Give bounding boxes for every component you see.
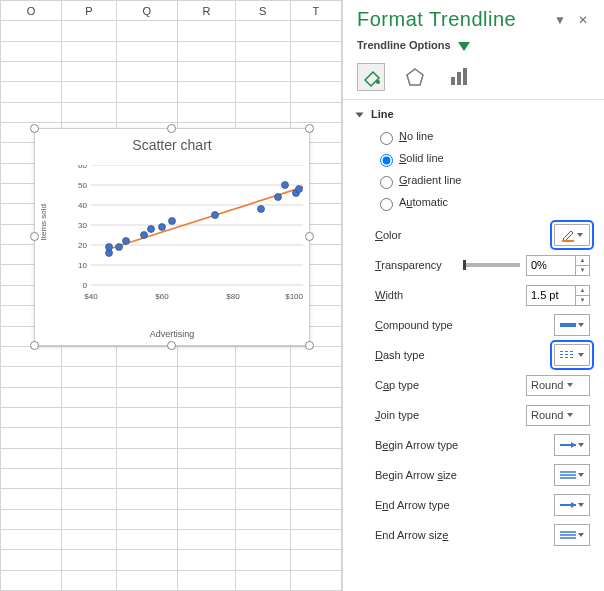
cell[interactable] <box>177 62 235 82</box>
trendline[interactable] <box>109 187 303 249</box>
cell[interactable] <box>235 550 290 570</box>
end-arrow-type-picker[interactable] <box>554 494 590 516</box>
cell[interactable] <box>235 468 290 488</box>
cell[interactable] <box>116 468 177 488</box>
transparency-spinner[interactable]: ▲▼ <box>576 255 590 276</box>
cell[interactable] <box>290 428 342 448</box>
cell[interactable] <box>290 468 342 488</box>
cell[interactable] <box>290 570 342 590</box>
cell[interactable] <box>177 102 235 122</box>
transparency-input[interactable] <box>526 255 576 276</box>
cell[interactable] <box>177 346 235 366</box>
col-header[interactable]: S <box>235 1 290 21</box>
cell[interactable] <box>177 387 235 407</box>
cell[interactable] <box>116 367 177 387</box>
effects-tab[interactable] <box>401 63 429 91</box>
resize-handle[interactable] <box>305 341 314 350</box>
cell[interactable] <box>62 387 117 407</box>
cell[interactable] <box>116 529 177 549</box>
resize-handle[interactable] <box>30 232 39 241</box>
cell[interactable] <box>1 82 62 102</box>
cell[interactable] <box>1 407 62 427</box>
cell[interactable] <box>1 41 62 61</box>
cell[interactable] <box>290 387 342 407</box>
cell[interactable] <box>177 570 235 590</box>
width-input[interactable] <box>526 285 576 306</box>
cell[interactable] <box>62 41 117 61</box>
cell[interactable] <box>116 21 177 41</box>
cell[interactable] <box>1 102 62 122</box>
cell[interactable] <box>62 509 117 529</box>
cell[interactable] <box>177 407 235 427</box>
cap-type-combo[interactable]: Round <box>526 375 590 396</box>
cell[interactable] <box>177 448 235 468</box>
resize-handle[interactable] <box>305 232 314 241</box>
col-header[interactable]: R <box>177 1 235 21</box>
cell[interactable] <box>116 41 177 61</box>
cell[interactable] <box>1 62 62 82</box>
cell[interactable] <box>290 346 342 366</box>
cell[interactable] <box>1 367 62 387</box>
cell[interactable] <box>62 468 117 488</box>
radio-automatic[interactable]: Automatic <box>375 192 590 214</box>
chart-plot-area[interactable]: 60 50 40 30 20 10 0 $40 $60 $80 $100 <box>73 165 303 301</box>
cell[interactable] <box>116 387 177 407</box>
cell[interactable] <box>290 550 342 570</box>
cell[interactable] <box>177 468 235 488</box>
cell[interactable] <box>1 448 62 468</box>
begin-arrow-size-picker[interactable] <box>554 464 590 486</box>
pane-subheader[interactable]: Trendline Options <box>343 35 604 57</box>
cell[interactable] <box>62 489 117 509</box>
cell[interactable] <box>290 62 342 82</box>
cell[interactable] <box>116 448 177 468</box>
radio-no-line[interactable]: No line <box>375 126 590 148</box>
begin-arrow-type-picker[interactable] <box>554 434 590 456</box>
color-picker[interactable] <box>554 224 590 246</box>
chart-object[interactable]: Scatter chart Items sold 60 50 40 30 20 … <box>34 128 310 346</box>
task-pane-options-icon[interactable]: ▼ <box>548 13 572 27</box>
cell[interactable] <box>235 448 290 468</box>
cell[interactable] <box>235 387 290 407</box>
cell[interactable] <box>290 407 342 427</box>
cell[interactable] <box>290 102 342 122</box>
cell[interactable] <box>116 509 177 529</box>
chart-title[interactable]: Scatter chart <box>35 129 309 159</box>
cell[interactable] <box>116 102 177 122</box>
end-arrow-size-picker[interactable] <box>554 524 590 546</box>
cell[interactable] <box>290 367 342 387</box>
resize-handle[interactable] <box>167 124 176 133</box>
cell[interactable] <box>235 570 290 590</box>
cell[interactable] <box>177 550 235 570</box>
cell[interactable] <box>235 82 290 102</box>
cell[interactable] <box>235 41 290 61</box>
cell[interactable] <box>177 82 235 102</box>
dash-type-picker[interactable] <box>554 344 590 366</box>
cell[interactable] <box>62 82 117 102</box>
width-spinner[interactable]: ▲▼ <box>576 285 590 306</box>
cell[interactable] <box>1 387 62 407</box>
cell[interactable] <box>62 407 117 427</box>
cell[interactable] <box>235 62 290 82</box>
cell[interactable] <box>1 21 62 41</box>
cell[interactable] <box>235 21 290 41</box>
cell[interactable] <box>290 448 342 468</box>
cell[interactable] <box>290 529 342 549</box>
cell[interactable] <box>235 367 290 387</box>
cell[interactable] <box>116 570 177 590</box>
cell[interactable] <box>116 550 177 570</box>
radio-gradient-line[interactable]: Gradient line <box>375 170 590 192</box>
cell[interactable] <box>62 21 117 41</box>
resize-handle[interactable] <box>167 341 176 350</box>
cell[interactable] <box>235 489 290 509</box>
cell[interactable] <box>1 570 62 590</box>
line-section-header[interactable]: Line <box>343 106 604 126</box>
cell[interactable] <box>62 367 117 387</box>
cell[interactable] <box>177 428 235 448</box>
radio-solid-line[interactable]: Solid line <box>375 148 590 170</box>
cell[interactable] <box>62 448 117 468</box>
cell[interactable] <box>177 509 235 529</box>
cell[interactable] <box>1 489 62 509</box>
col-header[interactable]: T <box>290 1 342 21</box>
col-header[interactable]: Q <box>116 1 177 21</box>
cell[interactable] <box>1 468 62 488</box>
